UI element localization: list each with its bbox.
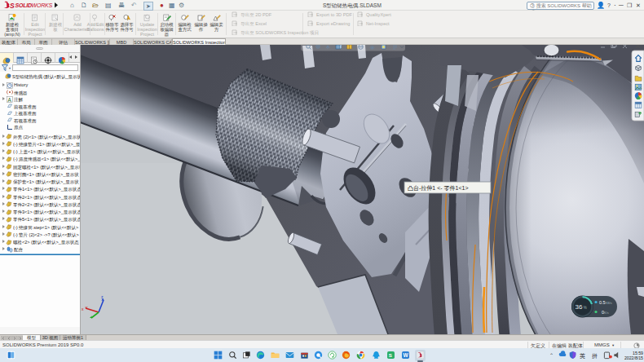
svg-text:W: W (403, 352, 408, 358)
svg-text:凸台-拉伸1 <- 零件1<1>: 凸台-拉伸1 <- 零件1<1> (408, 185, 469, 192)
svg-text:WORKS: WORKS (32, 2, 53, 8)
svg-text:%: % (584, 306, 587, 310)
svg-text:36: 36 (576, 303, 583, 311)
svg-text:S: S (10, 2, 15, 10)
svg-text:SOLID: SOLID (15, 2, 33, 8)
svg-text:A: A (8, 96, 12, 102)
svg-text:S: S (389, 352, 392, 358)
